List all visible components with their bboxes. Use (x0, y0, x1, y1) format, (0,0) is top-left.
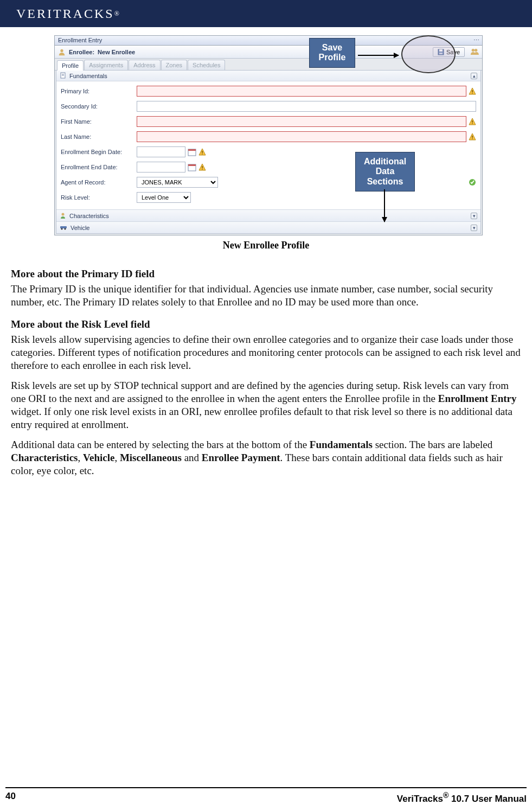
para-risk-2: Risk levels are set up by STOP technical… (11, 379, 521, 431)
para-risk-1: Risk levels allow supervising agencies t… (11, 333, 521, 372)
calendar-icon[interactable] (188, 163, 196, 171)
input-last-name[interactable] (137, 131, 466, 142)
warning-icon (198, 148, 206, 156)
label-primary-id: Primary Id: (61, 88, 137, 94)
window-title: Enrollment Entry (58, 37, 102, 44)
footer-title: VeriTracks® 10.7 User Manual (397, 791, 527, 804)
section-fundamentals[interactable]: Fundamentals ▴ (56, 71, 480, 81)
ok-icon (469, 178, 476, 186)
svg-rect-22 (202, 169, 202, 169)
window-controls-icon: ⋯ (473, 37, 479, 42)
svg-point-24 (62, 213, 65, 215)
svg-rect-18 (202, 154, 202, 154)
svg-rect-21 (202, 166, 202, 168)
svg-point-0 (60, 49, 63, 52)
tab-schedules[interactable]: Schedules (188, 60, 225, 70)
label-begin-date: Enrollment Begin Date: (61, 149, 137, 155)
collapse-up-icon[interactable]: ▴ (471, 73, 477, 79)
input-primary-id[interactable] (137, 86, 466, 97)
select-risk[interactable]: Level One (137, 192, 191, 203)
svg-rect-10 (472, 93, 472, 93)
svg-point-26 (61, 228, 63, 229)
brand-name: VERITRACKS (16, 7, 114, 21)
heading-risk-level: More about the Risk Level field (11, 318, 521, 331)
expand-down-icon[interactable]: ▾ (471, 213, 477, 219)
page-footer: 40 VeriTracks® 10.7 User Manual (5, 791, 527, 804)
tab-profile[interactable]: Profile (57, 60, 84, 71)
expand-down-icon[interactable]: ▾ (471, 225, 477, 231)
section-vehicle-label: Vehicle (70, 225, 89, 231)
para-risk-3: Additional data can be entered by select… (11, 438, 521, 477)
section-characteristics-label: Characteristics (69, 213, 109, 219)
input-begin-date[interactable] (137, 146, 185, 157)
select-agent[interactable]: JONES, MARK (137, 177, 218, 188)
enrollee-label: Enrollee: (69, 49, 94, 55)
body-text: More about the Primary ID field The Prim… (5, 267, 527, 477)
svg-rect-11 (472, 120, 472, 123)
svg-point-5 (475, 48, 477, 51)
tab-zones[interactable]: Zones (161, 60, 188, 70)
svg-point-4 (472, 48, 475, 51)
arrow-save (358, 55, 399, 56)
footer-rule (5, 787, 527, 788)
callout-circle (401, 35, 456, 73)
callout-save-profile: Save Profile (309, 38, 355, 68)
row-first-name: First Name: (61, 114, 476, 129)
warning-icon (469, 133, 476, 141)
section-vehicle[interactable]: Vehicle ▾ (56, 221, 480, 233)
input-secondary-id[interactable] (137, 101, 476, 112)
svg-rect-14 (472, 138, 472, 139)
figure-caption: New Enrollee Profile (5, 240, 527, 251)
svg-rect-20 (188, 164, 196, 166)
row-last-name: Last Name: (61, 129, 476, 144)
svg-rect-13 (472, 136, 472, 138)
vehicle-icon (60, 224, 67, 232)
label-secondary-id: Secondary Id: (61, 103, 137, 110)
row-secondary-id: Secondary Id: (61, 99, 476, 114)
input-end-date[interactable] (137, 162, 185, 173)
input-first-name[interactable] (137, 116, 466, 127)
label-first-name: First Name: (61, 118, 137, 125)
svg-rect-16 (188, 149, 196, 151)
section-characteristics[interactable]: Characteristics ▾ (56, 209, 480, 221)
para-primary-id: The Primary ID is the unique identifier … (11, 283, 521, 309)
reg-mark: ® (114, 10, 121, 18)
person-small-icon (60, 212, 66, 220)
svg-rect-12 (472, 123, 472, 124)
section-fundamentals-label: Fundamentals (69, 73, 107, 79)
doc-icon (60, 72, 66, 80)
row-risk: Risk Level: Level One (61, 190, 476, 205)
label-risk: Risk Level: (61, 194, 137, 201)
brand-header: VERITRACKS® (0, 0, 532, 27)
label-end-date: Enrollment End Date: (61, 164, 137, 170)
row-primary-id: Primary Id: (61, 84, 476, 99)
arrow-sections (384, 189, 385, 222)
label-agent: Agent of Record: (61, 179, 137, 186)
enrollment-screenshot: Save Profile Additional Data Sections En… (54, 35, 483, 235)
calendar-icon[interactable] (188, 148, 196, 156)
svg-point-27 (65, 228, 66, 229)
svg-rect-17 (202, 151, 202, 153)
person-icon (58, 48, 66, 56)
tab-assignments[interactable]: Assignments (84, 60, 128, 70)
heading-primary-id: More about the Primary ID field (11, 267, 521, 280)
warning-icon (469, 87, 476, 95)
callout-additional-sections: Additional Data Sections (355, 152, 415, 191)
people-icon[interactable] (470, 48, 479, 56)
svg-rect-9 (472, 90, 472, 92)
warning-icon (469, 118, 476, 125)
tab-address[interactable]: Address (129, 60, 160, 70)
label-last-name: Last Name: (61, 133, 137, 140)
svg-rect-25 (60, 226, 67, 228)
warning-icon (198, 163, 206, 171)
enrollee-value: New Enrollee (98, 49, 135, 55)
page-number: 40 (5, 791, 16, 804)
